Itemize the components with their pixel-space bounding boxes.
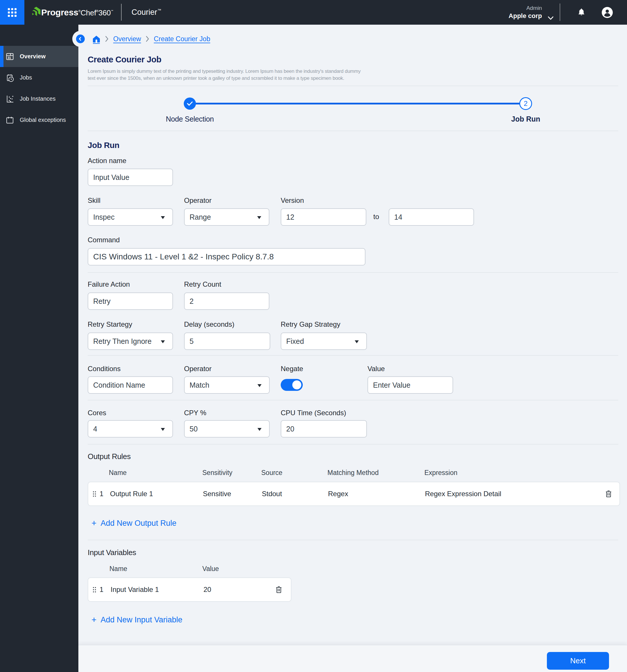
svg-text:31: 31 xyxy=(7,56,11,59)
